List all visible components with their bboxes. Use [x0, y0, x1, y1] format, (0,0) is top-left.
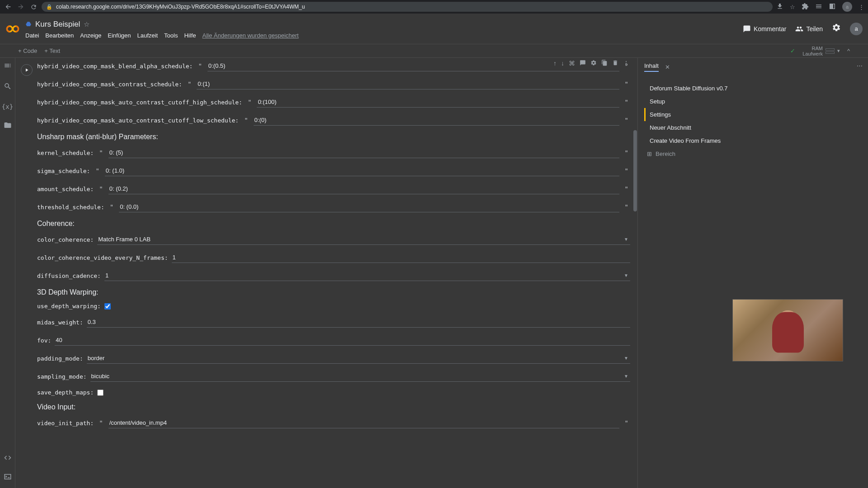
add-code-button[interactable]: + Code [18, 47, 37, 54]
chevron-down-icon: ▼ [624, 273, 628, 278]
field-label: color_coherence_video_every_N_frames: [37, 254, 168, 261]
toc-item[interactable]: Create Video From Frames [644, 134, 862, 147]
toc-more-icon[interactable]: ⋯ [857, 62, 863, 69]
toc-tab[interactable]: Inhalt [644, 62, 659, 72]
video-path-input[interactable] [108, 418, 619, 428]
menu-tools[interactable]: Tools [164, 32, 178, 39]
menu-datei[interactable]: Datei [25, 32, 39, 39]
url-bar[interactable]: 🔒 colab.research.google.com/drive/13G9KH… [42, 2, 773, 12]
field-label: hybrid_video_comp_mask_auto_contrast_cut… [37, 99, 242, 106]
delete-icon[interactable] [612, 60, 618, 67]
webcam-overlay[interactable] [732, 299, 843, 361]
resource-indicator[interactable]: RAM Laufwerk ▾ [802, 46, 840, 56]
bookmark-icon[interactable]: ☆ [790, 4, 795, 10]
padding-mode-select[interactable]: border▼ [87, 353, 630, 364]
scrollbar[interactable] [633, 130, 637, 211]
field-label: sampling_mode: [37, 373, 87, 380]
hybrid-contrast-input[interactable] [197, 79, 619, 89]
field-label: kernel_schedule: [37, 150, 94, 156]
extensions-icon[interactable] [802, 3, 809, 11]
notebook-pane[interactable]: ↑ ↓ ⌘ ⋮ hybrid_video_comp_mask_blend_alp… [15, 58, 637, 488]
code-snippets-icon[interactable] [4, 454, 12, 464]
sidepanel-icon[interactable] [829, 3, 836, 11]
every-n-frames-input[interactable] [172, 252, 630, 263]
browser-menu-icon[interactable]: ⋮ [859, 4, 864, 10]
colab-logo[interactable] [5, 22, 20, 36]
variables-icon[interactable]: {x} [2, 103, 13, 110]
chevron-down-icon[interactable]: ▾ [837, 48, 840, 54]
section-coherence: Coherence: [37, 220, 630, 228]
files-icon[interactable] [4, 121, 12, 131]
run-cell-button[interactable] [21, 64, 33, 76]
star-icon[interactable]: ☆ [84, 20, 90, 28]
toolbar: + Code + Text ✓ RAM Laufwerk ▾ ^ [0, 44, 868, 58]
field-label: hybrid_video_comp_mask_blend_alpha_sched… [37, 63, 193, 70]
notebook-title[interactable]: Kurs Beispiel [35, 20, 80, 29]
left-rail: {x} [0, 58, 15, 488]
add-text-button[interactable]: + Text [44, 47, 60, 54]
toc-icon[interactable] [4, 61, 12, 71]
toc-panel: ⋯ Inhalt ✕ Deforum Stable Diffusion v0.7… [637, 58, 868, 488]
field-label: sigma_schedule: [37, 168, 90, 174]
move-up-icon[interactable]: ↑ [553, 60, 557, 67]
field-label: save_depth_maps: [37, 389, 94, 396]
reload-button[interactable] [29, 2, 38, 11]
back-button[interactable] [4, 2, 13, 11]
toc-item[interactable]: Setup [644, 95, 862, 108]
add-section-button[interactable]: ⊞ Bereich [644, 147, 862, 160]
terminal-icon[interactable] [4, 473, 12, 483]
save-depth-maps-checkbox[interactable] [97, 389, 104, 396]
field-label: fov: [37, 337, 51, 344]
toc-item-active[interactable]: Settings [644, 108, 862, 121]
field-label: amount_schedule: [37, 186, 94, 192]
menu-laufzeit[interactable]: Laufzeit [137, 32, 158, 39]
use-depth-checkbox[interactable] [104, 303, 111, 310]
mirror-icon[interactable] [601, 60, 608, 67]
move-down-icon[interactable]: ↓ [561, 60, 564, 67]
lock-icon: 🔒 [46, 4, 52, 10]
field-label: midas_weight: [37, 319, 83, 326]
more-icon[interactable]: ⋮ [623, 60, 629, 67]
menu-hilfe[interactable]: Hilfe [184, 32, 196, 39]
diffusion-cadence-select[interactable]: 1▼ [104, 270, 630, 281]
threshold-input[interactable] [119, 202, 619, 212]
sampling-mode-select[interactable]: bicubic▼ [90, 371, 630, 382]
section-video: Video Input: [37, 403, 630, 411]
amount-input[interactable] [108, 183, 619, 194]
sigma-input[interactable] [105, 165, 619, 176]
install-icon[interactable] [776, 3, 783, 11]
url-text: colab.research.google.com/drive/13G9KHyM… [56, 4, 305, 10]
toc-item[interactable]: Neuer Abschnitt [644, 121, 862, 134]
menu-anzeige[interactable]: Anzeige [80, 32, 101, 39]
kernel-input[interactable] [108, 147, 619, 158]
reading-list-icon[interactable] [815, 3, 822, 11]
comment-cell-icon[interactable] [580, 60, 586, 67]
color-coherence-select[interactable]: Match Frame 0 LAB▼ [97, 234, 630, 245]
menu-bearbeiten[interactable]: Bearbeiten [45, 32, 74, 39]
plus-icon: ⊞ [647, 150, 652, 157]
chevron-down-icon: ▼ [624, 374, 628, 379]
chevron-down-icon: ▼ [624, 237, 628, 242]
field-label: color_coherence: [37, 236, 94, 243]
save-status[interactable]: Alle Änderungen wurden gespeichert [202, 32, 298, 39]
user-avatar[interactable]: a [850, 23, 863, 35]
section-unsharp: Unsharp mask (anti-blur) Parameters: [37, 133, 630, 141]
midas-weight-input[interactable] [87, 317, 630, 328]
collapse-icon[interactable]: ^ [847, 47, 850, 54]
toc-item[interactable]: Deforum Stable Diffusion v0.7 [644, 82, 862, 95]
settings-icon[interactable] [832, 23, 841, 34]
link-icon[interactable]: ⌘ [569, 60, 575, 67]
close-icon[interactable]: ✕ [665, 64, 670, 70]
comment-button[interactable]: Kommentar [743, 25, 786, 33]
fov-input[interactable] [55, 335, 630, 346]
hybrid-cutoff-high-input[interactable] [257, 97, 619, 108]
field-label: hybrid_video_comp_mask_contrast_schedule… [37, 81, 182, 88]
forward-button[interactable] [16, 2, 25, 11]
search-icon[interactable] [4, 82, 12, 92]
hybrid-cutoff-low-input[interactable] [254, 115, 619, 126]
browser-chrome: 🔒 colab.research.google.com/drive/13G9KH… [0, 0, 868, 14]
menu-einfuegen[interactable]: Einfügen [108, 32, 131, 39]
cell-settings-icon[interactable] [590, 60, 597, 67]
share-button[interactable]: Teilen [795, 25, 823, 33]
browser-avatar[interactable]: a [842, 2, 852, 12]
